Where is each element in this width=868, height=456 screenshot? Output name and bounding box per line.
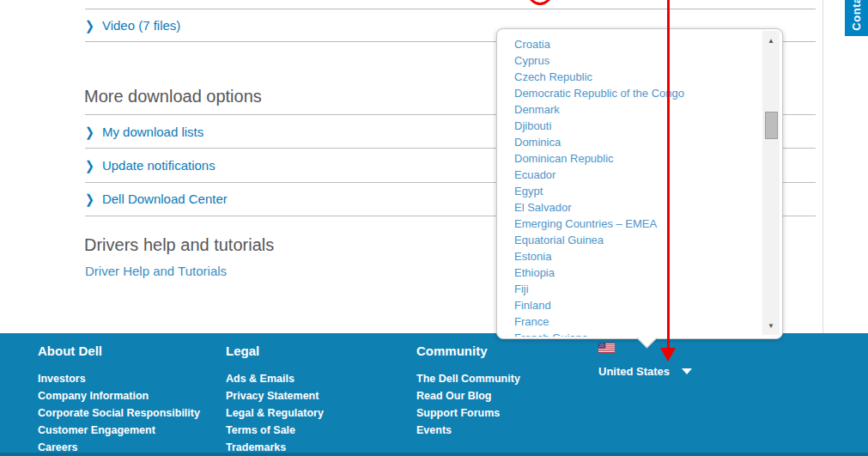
country-option[interactable]: El Salvador bbox=[514, 199, 763, 216]
country-option[interactable]: Denmark bbox=[514, 101, 763, 118]
footer-link[interactable]: Events bbox=[416, 422, 520, 439]
footer-column-heading: About Dell bbox=[38, 344, 200, 358]
footer-link-list: The Dell CommunityRead Our BlogSupport F… bbox=[416, 370, 520, 439]
footer-link[interactable]: Corporate Social Responsibility bbox=[38, 404, 200, 422]
country-option[interactable]: Dominican Republic bbox=[514, 150, 763, 167]
country-option[interactable]: Cyprus bbox=[514, 52, 763, 69]
country-option[interactable]: Ethiopia bbox=[514, 264, 763, 281]
accordion-label: Dell Download Center bbox=[102, 192, 228, 206]
chevron-right-icon: ❯ bbox=[85, 158, 94, 173]
country-dropdown-panel: CroatiaCyprusCzech RepublicDemocratic Re… bbox=[496, 28, 783, 339]
content-right-border bbox=[822, 0, 823, 333]
footer-link[interactable]: The Dell Community bbox=[416, 370, 520, 387]
footer-link[interactable]: Customer Engagement bbox=[38, 422, 200, 439]
footer-link[interactable]: Ads & Emails bbox=[226, 370, 324, 387]
contact-tab[interactable]: Contact Us bbox=[845, 0, 868, 36]
chevron-right-icon: ❯ bbox=[85, 192, 94, 206]
page: ❯ Video (7 files) More download options … bbox=[0, 0, 868, 456]
contact-tab-label: Contact Us bbox=[850, 0, 863, 31]
country-selector[interactable]: United States bbox=[598, 343, 692, 378]
footer-link[interactable]: Company Information bbox=[38, 387, 200, 404]
accordion-label: Update notifications bbox=[102, 158, 215, 173]
country-selector-label: United States bbox=[598, 365, 670, 378]
us-flag-icon bbox=[598, 343, 615, 353]
footer-link[interactable]: Investors bbox=[38, 370, 200, 387]
country-list-viewport: CroatiaCyprusCzech RepublicDemocratic Re… bbox=[497, 29, 763, 337]
driver-help-link[interactable]: Driver Help and Tutorials bbox=[85, 264, 227, 278]
footer-link-list: Ads & EmailsPrivacy StatementLegal & Reg… bbox=[226, 370, 324, 456]
annotation-circle bbox=[527, 0, 553, 5]
footer-column-heading: Legal bbox=[226, 344, 324, 358]
country-option[interactable]: Fiji bbox=[514, 281, 763, 297]
chevron-right-icon: ❯ bbox=[85, 125, 94, 139]
country-option[interactable]: Finland bbox=[514, 297, 763, 313]
country-option[interactable]: Emerging Countries – EMEA bbox=[514, 216, 763, 232]
country-option[interactable]: Croatia bbox=[514, 36, 763, 52]
footer: About DellInvestorsCompany InformationCo… bbox=[0, 333, 868, 456]
country-option[interactable]: Ecuador bbox=[514, 167, 763, 183]
footer-column: LegalAds & EmailsPrivacy StatementLegal … bbox=[226, 344, 324, 456]
country-option[interactable]: Equatorial Guinea bbox=[514, 232, 763, 248]
footer-link[interactable]: Privacy Statement bbox=[226, 387, 324, 404]
more-download-options-heading: More download options bbox=[84, 87, 262, 106]
country-option[interactable]: Czech Republic bbox=[514, 69, 763, 85]
accordion-label: My download lists bbox=[102, 125, 203, 139]
chevron-right-icon: ❯ bbox=[85, 18, 94, 33]
scrollbar-thumb[interactable] bbox=[765, 112, 778, 139]
footer-column: CommunityThe Dell CommunityRead Our Blog… bbox=[416, 344, 520, 439]
country-option[interactable]: Democratic Republic of the Congo bbox=[514, 85, 763, 101]
dropdown-scrollbar[interactable]: ▲ ▼ bbox=[762, 31, 780, 335]
scrollbar-up-icon[interactable]: ▲ bbox=[762, 33, 780, 47]
country-option[interactable]: Egypt bbox=[514, 183, 763, 199]
video-files-label: Video (7 files) bbox=[102, 18, 180, 33]
annotation-arrow-line bbox=[667, 0, 670, 349]
country-option[interactable]: Djibouti bbox=[514, 118, 763, 134]
country-option[interactable]: Estonia bbox=[514, 248, 763, 264]
footer-bottom-strip bbox=[0, 453, 868, 456]
footer-link[interactable]: Terms of Sale bbox=[226, 422, 324, 439]
footer-link[interactable]: Legal & Regulatory bbox=[226, 404, 324, 422]
footer-link[interactable]: Read Our Blog bbox=[416, 387, 520, 404]
footer-column-heading: Community bbox=[416, 344, 520, 358]
footer-link-list: InvestorsCompany InformationCorporate So… bbox=[38, 370, 200, 456]
drivers-help-heading: Drivers help and tutorials bbox=[84, 235, 274, 255]
caret-down-icon[interactable] bbox=[682, 368, 692, 374]
country-option[interactable]: Dominica bbox=[514, 134, 763, 150]
footer-column: About DellInvestorsCompany InformationCo… bbox=[38, 344, 200, 456]
scrollbar-down-icon[interactable]: ▼ bbox=[762, 319, 780, 332]
country-list: CroatiaCyprusCzech RepublicDemocratic Re… bbox=[497, 29, 763, 337]
country-option[interactable]: France bbox=[514, 313, 763, 330]
annotation-arrowhead bbox=[660, 348, 676, 362]
footer-link[interactable]: Support Forums bbox=[416, 404, 520, 422]
